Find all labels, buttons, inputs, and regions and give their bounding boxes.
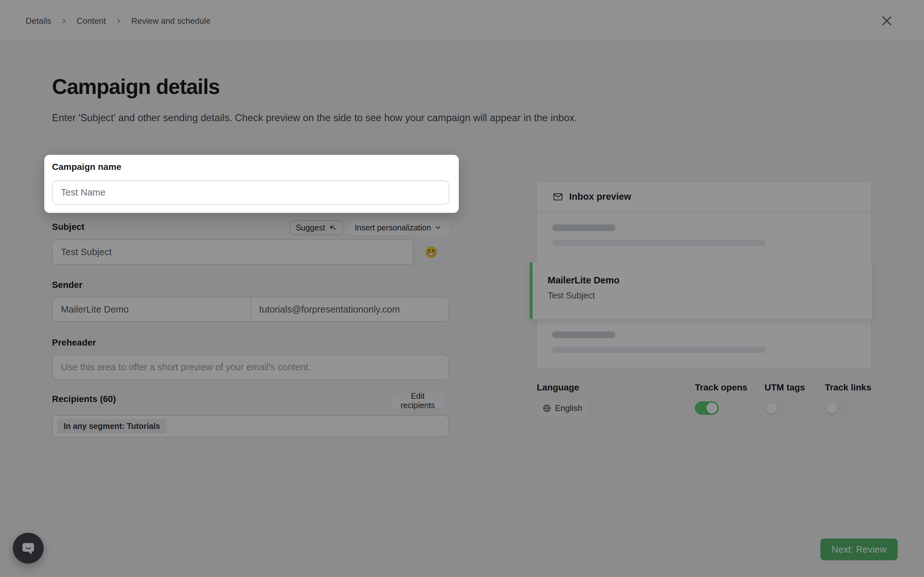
campaign-name-input[interactable]	[52, 181, 449, 205]
campaign-name-spotlight: Campaign name	[44, 155, 459, 213]
campaign-name-label: Campaign name	[52, 162, 121, 172]
campaign-details-page: Details › Content › Review and schedule …	[0, 0, 924, 577]
tutorial-dim-overlay	[0, 0, 924, 577]
